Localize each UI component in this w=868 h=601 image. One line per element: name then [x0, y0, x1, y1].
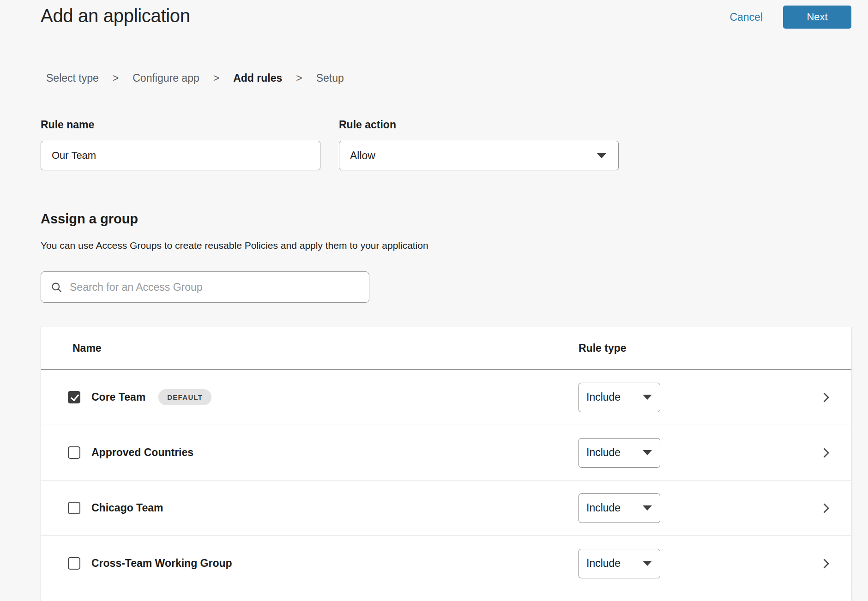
rule-action-select[interactable]: Allow	[339, 141, 619, 170]
group-checkbox[interactable]	[68, 557, 80, 570]
group-name: Core Team	[91, 391, 145, 403]
rule-name-input[interactable]	[41, 141, 320, 170]
group-checkbox[interactable]	[68, 391, 80, 403]
group-checkbox[interactable]	[68, 446, 80, 459]
chevron-down-icon	[643, 395, 652, 400]
search-input[interactable]	[69, 281, 362, 294]
column-header-name: Name	[72, 342, 102, 355]
next-button[interactable]: Next	[783, 6, 851, 29]
chevron-right-icon[interactable]	[819, 446, 833, 460]
rule-name-field: Rule name	[41, 119, 320, 170]
table-row: Cross-Team Working Group Include	[41, 536, 851, 591]
add-application-page: Add an application Cancel Next Select ty…	[0, 0, 868, 601]
groups-table: Name Rule type Core Team DEFAULT Include…	[41, 327, 852, 601]
rule-action-label: Rule action	[339, 119, 619, 131]
chevron-down-icon	[643, 561, 652, 566]
rule-type-value: Include	[586, 391, 621, 403]
table-row: Core Team DEFAULT Include	[41, 370, 851, 425]
rule-type-value: Include	[586, 502, 621, 514]
breadcrumb-step[interactable]: Setup	[316, 72, 344, 84]
rule-action-field: Rule action Allow	[339, 119, 619, 170]
groups-table-header: Name Rule type	[41, 327, 851, 370]
chevron-right-icon[interactable]	[819, 501, 833, 515]
chevron-right-icon[interactable]	[819, 557, 833, 571]
rule-type-value: Include	[586, 557, 621, 570]
rule-form: Rule name Rule action Allow	[41, 119, 868, 170]
rule-type-select[interactable]: Include	[579, 383, 660, 412]
breadcrumb-separator: >	[213, 72, 219, 84]
breadcrumb-separator: >	[296, 72, 302, 84]
search-icon	[50, 281, 63, 294]
group-name: Approved Countries	[91, 446, 193, 459]
table-row: Approved Countries Include	[41, 425, 851, 481]
rule-type-value: Include	[586, 446, 621, 459]
group-name: Cross-Team Working Group	[91, 557, 232, 570]
access-group-search	[41, 271, 369, 303]
cancel-button[interactable]: Cancel	[729, 11, 763, 24]
assign-group-description: You can use Access Groups to create reus…	[41, 240, 868, 251]
rule-type-select[interactable]: Include	[579, 493, 660, 523]
assign-group-heading: Assign a group	[41, 211, 868, 227]
breadcrumb-step[interactable]: Add rules	[233, 72, 282, 84]
chevron-right-icon[interactable]	[819, 391, 833, 404]
rule-name-label: Rule name	[41, 119, 320, 131]
chevron-down-icon	[643, 505, 652, 511]
rule-type-select[interactable]: Include	[579, 438, 660, 468]
page-header: Add an application Cancel Next	[0, 0, 868, 29]
breadcrumb-step[interactable]: Configure app	[133, 72, 199, 84]
table-row: Chicago Team Include	[41, 481, 851, 536]
rule-type-select[interactable]: Include	[579, 549, 660, 578]
breadcrumb-separator: >	[113, 72, 119, 84]
chevron-down-icon	[643, 450, 652, 455]
groups-table-body: Core Team DEFAULT Include Approved Count…	[41, 370, 851, 591]
breadcrumb-step[interactable]: Select type	[46, 72, 99, 84]
page-title: Add an application	[41, 5, 190, 27]
header-actions: Cancel Next	[729, 6, 851, 29]
group-name: Chicago Team	[91, 502, 163, 514]
rule-action-value: Allow	[350, 150, 375, 162]
column-header-rule-type: Rule type	[579, 342, 627, 355]
group-checkbox[interactable]	[68, 502, 80, 514]
chevron-down-icon	[597, 153, 606, 158]
breadcrumb: Select type>Configure app>Add rules>Setu…	[46, 72, 868, 84]
default-badge: DEFAULT	[158, 389, 211, 405]
